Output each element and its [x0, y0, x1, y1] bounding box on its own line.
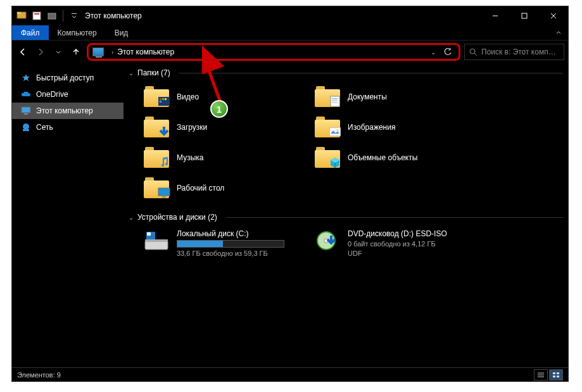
forward-button[interactable] — [34, 45, 47, 59]
folder-videos[interactable]: Видео — [144, 84, 302, 110]
ribbon-tabs: Файл Компьютер Вид — [12, 25, 568, 41]
chevron-down-icon: ⌄ — [129, 70, 134, 77]
download-overlay-icon — [158, 125, 170, 138]
drive-filesystem: UDF — [348, 250, 447, 257]
svg-rect-38 — [553, 372, 555, 374]
cloud-icon — [21, 89, 31, 99]
svg-rect-29 — [145, 241, 168, 250]
up-button[interactable] — [69, 45, 83, 59]
drive-local-c[interactable]: Локальный диск (C:) 33,6 ГБ свободно из … — [144, 229, 302, 257]
tab-view[interactable]: Вид — [106, 25, 137, 40]
svg-point-14 — [23, 123, 29, 130]
folder-pictures[interactable]: Изображения — [315, 114, 473, 141]
drive-name: DVD-дисковод (D:) ESD-ISO — [348, 229, 447, 238]
close-button[interactable] — [539, 6, 568, 25]
group-header-label: Устройства и диски (2) — [137, 213, 217, 222]
pc-icon — [21, 106, 31, 116]
folder-music[interactable]: Музыка — [144, 144, 302, 171]
search-input[interactable]: Поиск в: Этот комп… — [464, 44, 564, 60]
folder-label: Документы — [348, 92, 387, 101]
svg-rect-2 — [33, 12, 41, 20]
content-pane: ⌄ Папки (7) Видео Документы — [123, 63, 568, 367]
document-overlay-icon — [329, 95, 341, 108]
svg-rect-25 — [329, 127, 341, 136]
svg-rect-4 — [48, 13, 56, 19]
desktop-overlay-icon — [158, 186, 170, 199]
svg-rect-39 — [557, 372, 559, 374]
drive-free-space: 0 байт свободно из 4,12 ГБ — [348, 240, 447, 248]
folder-documents[interactable]: Документы — [315, 84, 473, 110]
drive-name: Локальный диск (C:) — [177, 229, 284, 238]
qat-dropdown-icon[interactable] — [67, 9, 81, 23]
svg-rect-18 — [162, 98, 164, 100]
recent-locations-dropdown[interactable] — [51, 45, 65, 59]
svg-rect-15 — [23, 129, 29, 131]
qat-separator — [63, 10, 63, 22]
folder-desktop[interactable]: Рабочий стол — [144, 175, 302, 201]
group-header-folders[interactable]: ⌄ Папки (7) — [123, 66, 568, 80]
svg-rect-17 — [160, 98, 161, 100]
folder-label: Музыка — [177, 153, 203, 162]
group-header-drives[interactable]: ⌄ Устройства и диски (2) — [123, 210, 568, 224]
svg-rect-5 — [72, 13, 77, 14]
drive-dvd-d[interactable]: DVD-дисковод (D:) ESD-ISO 0 байт свободн… — [315, 229, 492, 257]
view-tiles-button[interactable] — [549, 369, 563, 381]
status-bar: Элементов: 9 — [12, 367, 568, 381]
svg-rect-20 — [160, 101, 161, 103]
svg-rect-21 — [331, 96, 339, 106]
breadcrumb-location[interactable]: Этот компьютер — [117, 47, 174, 56]
status-item-count: Элементов: 9 — [17, 371, 61, 379]
search-icon — [469, 47, 478, 56]
picture-overlay-icon — [329, 125, 341, 138]
view-details-button[interactable] — [534, 369, 548, 381]
svg-rect-30 — [145, 239, 168, 242]
cube-overlay-icon — [329, 156, 341, 168]
folder-label: Объемные объекты — [348, 153, 417, 162]
folder-label: Изображения — [348, 123, 395, 132]
address-history-dropdown[interactable]: ⌄ — [426, 49, 441, 56]
network-icon — [21, 122, 31, 132]
titlebar: Этот компьютер — [12, 6, 568, 25]
sidebar-item-onedrive[interactable]: OneDrive — [12, 86, 123, 103]
maximize-button[interactable] — [510, 6, 539, 25]
folder-icon — [144, 147, 169, 168]
address-bar[interactable]: › Этот компьютер ⌄ — [87, 43, 460, 61]
qat-new-folder-icon[interactable] — [45, 9, 59, 23]
ribbon-collapse-icon[interactable] — [549, 25, 568, 40]
refresh-button[interactable] — [441, 47, 455, 56]
qat-properties-icon[interactable] — [30, 9, 44, 23]
sidebar-item-label: Сеть — [36, 123, 53, 132]
svg-rect-12 — [22, 107, 30, 113]
breadcrumb-separator-icon: › — [111, 49, 113, 56]
svg-line-11 — [474, 53, 477, 56]
sidebar-item-label: Этот компьютер — [36, 106, 93, 115]
folder-3d-objects[interactable]: Объемные объекты — [315, 144, 473, 171]
folder-icon — [144, 117, 169, 138]
back-button[interactable] — [16, 45, 30, 59]
svg-point-10 — [470, 49, 475, 54]
music-overlay-icon — [158, 156, 170, 168]
sidebar-item-this-pc[interactable]: Этот компьютер — [12, 103, 123, 119]
navigation-row: › Этот компьютер ⌄ Поиск в: Этот комп… — [12, 41, 568, 63]
folder-icon — [144, 177, 169, 199]
svg-rect-40 — [553, 376, 555, 377]
svg-point-26 — [337, 129, 339, 131]
sidebar-item-network[interactable]: Сеть — [12, 119, 123, 136]
sidebar-item-quick-access[interactable]: Быстрый доступ — [12, 70, 123, 86]
minimize-button[interactable] — [481, 6, 510, 25]
window-title: Этот компьютер — [85, 11, 142, 20]
app-icon — [15, 9, 28, 23]
svg-rect-32 — [147, 232, 151, 236]
svg-rect-28 — [162, 196, 166, 198]
video-overlay-icon — [158, 95, 170, 108]
tab-computer[interactable]: Компьютер — [49, 25, 106, 40]
tab-file[interactable]: Файл — [12, 25, 49, 40]
folder-icon — [315, 117, 340, 138]
sidebar-item-label: Быстрый доступ — [36, 73, 94, 82]
folder-downloads[interactable]: Загрузки — [144, 114, 302, 141]
svg-rect-13 — [24, 113, 28, 115]
navigation-pane: Быстрый доступ OneDrive Этот компьютер С… — [12, 63, 123, 367]
folder-icon — [315, 147, 340, 168]
explorer-window: Этот компьютер Файл Компьютер Вид › Этот… — [11, 6, 569, 382]
pc-icon — [92, 47, 104, 56]
